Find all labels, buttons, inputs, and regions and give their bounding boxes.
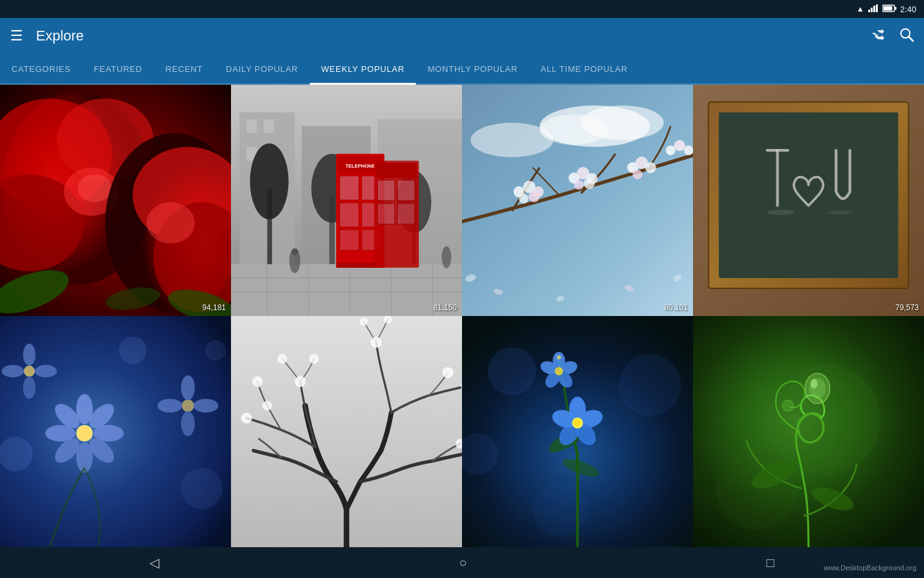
svg-point-145 (619, 354, 681, 416)
svg-rect-98 (719, 112, 898, 278)
svg-point-72 (519, 194, 529, 204)
svg-point-129 (205, 340, 226, 361)
svg-point-101 (767, 210, 795, 216)
grid-cell-spiral[interactable] (693, 316, 924, 547)
grid-cell-bwtree[interactable] (231, 316, 462, 547)
svg-point-82 (633, 170, 642, 179)
count-chalkboard: 79,573 (895, 303, 919, 312)
back-button[interactable]: ◁ (150, 555, 159, 570)
svg-rect-1 (871, 8, 873, 12)
grid-cell-cherry[interactable]: 80,101 (462, 85, 693, 316)
svg-point-137 (371, 337, 382, 347)
svg-point-164 (557, 355, 561, 359)
svg-point-117 (2, 365, 24, 377)
svg-point-138 (359, 317, 368, 326)
svg-rect-37 (231, 264, 462, 316)
svg-point-115 (23, 344, 35, 365)
shuffle-button[interactable] (873, 29, 887, 44)
image-grid: 94,181 (0, 85, 924, 547)
svg-point-118 (35, 365, 56, 377)
svg-point-73 (529, 191, 540, 202)
svg-point-63 (441, 246, 451, 268)
svg-point-84 (674, 140, 685, 151)
svg-rect-50 (339, 203, 359, 227)
tab-weekly-popular[interactable]: WEEKLY POPULAR (310, 54, 416, 83)
count-london: 81,150 (433, 303, 457, 312)
bottom-nav: ◁ ○ □ www.DesktopBackground.org (0, 547, 924, 578)
svg-point-146 (533, 482, 588, 537)
svg-rect-6 (883, 6, 892, 10)
tab-categories[interactable]: CATEGORIES (0, 54, 82, 83)
svg-point-173 (782, 400, 793, 411)
grid-cell-london[interactable]: TELEPHONE 81,150 (231, 85, 462, 316)
tab-featured[interactable]: FEATURED (82, 54, 154, 83)
svg-rect-26 (264, 119, 274, 133)
svg-point-116 (23, 377, 35, 399)
svg-point-15 (78, 175, 112, 202)
svg-point-83 (666, 146, 676, 155)
svg-line-8 (909, 37, 913, 41)
svg-point-19 (146, 202, 194, 243)
svg-point-127 (181, 468, 222, 509)
svg-point-125 (182, 400, 193, 411)
svg-point-78 (584, 178, 595, 189)
svg-point-85 (683, 146, 693, 155)
app-title: Explore (36, 28, 860, 44)
grid-cell-roses[interactable]: 94,181 (0, 85, 231, 316)
tab-alltime-popular[interactable]: ALL TIME POPULAR (529, 54, 640, 83)
svg-point-135 (309, 354, 319, 363)
app-bar: ☰ Explore (0, 18, 924, 54)
svg-point-170 (810, 379, 817, 389)
svg-point-123 (158, 399, 183, 412)
count-cherry: 80,101 (664, 303, 688, 312)
svg-point-68 (470, 123, 553, 157)
svg-point-162 (555, 367, 563, 376)
svg-point-113 (78, 426, 91, 440)
tab-monthly-popular[interactable]: MONTHLY POPULAR (416, 54, 529, 83)
svg-point-128 (119, 337, 146, 364)
svg-rect-2 (873, 6, 875, 12)
svg-rect-59 (377, 204, 395, 224)
menu-button[interactable]: ☰ (10, 29, 23, 43)
svg-point-144 (488, 347, 536, 395)
app-bar-actions (873, 28, 914, 45)
svg-rect-0 (868, 10, 870, 12)
svg-point-77 (574, 180, 584, 189)
svg-rect-5 (895, 6, 896, 10)
svg-rect-3 (876, 4, 878, 12)
svg-rect-58 (398, 180, 415, 200)
tab-daily-popular[interactable]: DAILY POPULAR (214, 54, 310, 83)
svg-rect-56 (376, 162, 416, 178)
grid-cell-chalkboard[interactable]: 79,573 (693, 85, 924, 316)
svg-point-133 (241, 412, 252, 423)
svg-point-119 (24, 366, 34, 376)
svg-rect-60 (398, 204, 415, 224)
svg-point-134 (295, 376, 305, 387)
svg-point-36 (250, 143, 289, 219)
status-bar: ▲ 2:40 (0, 0, 924, 18)
svg-rect-57 (377, 180, 395, 200)
grid-cell-forgetmenot[interactable] (462, 316, 693, 547)
svg-point-131 (252, 376, 263, 387)
svg-point-81 (645, 162, 656, 173)
tab-bar: CATEGORIES FEATURED RECENT DAILY POPULAR… (0, 54, 924, 85)
wifi-icon: ▲ (857, 4, 864, 13)
recent-apps-button[interactable]: □ (766, 556, 774, 570)
svg-rect-48 (339, 176, 359, 200)
svg-point-132 (262, 401, 272, 410)
count-roses: 94,181 (202, 303, 226, 312)
grid-cell-blueflowers[interactable] (0, 316, 231, 547)
svg-point-62 (291, 249, 298, 256)
tab-recent[interactable]: RECENT (154, 54, 214, 83)
search-button[interactable] (900, 28, 914, 45)
svg-point-121 (181, 375, 194, 400)
svg-point-140 (442, 367, 453, 378)
svg-rect-25 (246, 119, 257, 133)
watermark: www.DesktopBackground.org (824, 564, 916, 572)
svg-rect-52 (339, 230, 359, 250)
battery-icon (882, 4, 896, 14)
status-time: 2:40 (900, 4, 916, 14)
svg-point-136 (278, 354, 287, 363)
svg-point-102 (827, 211, 852, 215)
home-button[interactable]: ○ (459, 556, 466, 570)
